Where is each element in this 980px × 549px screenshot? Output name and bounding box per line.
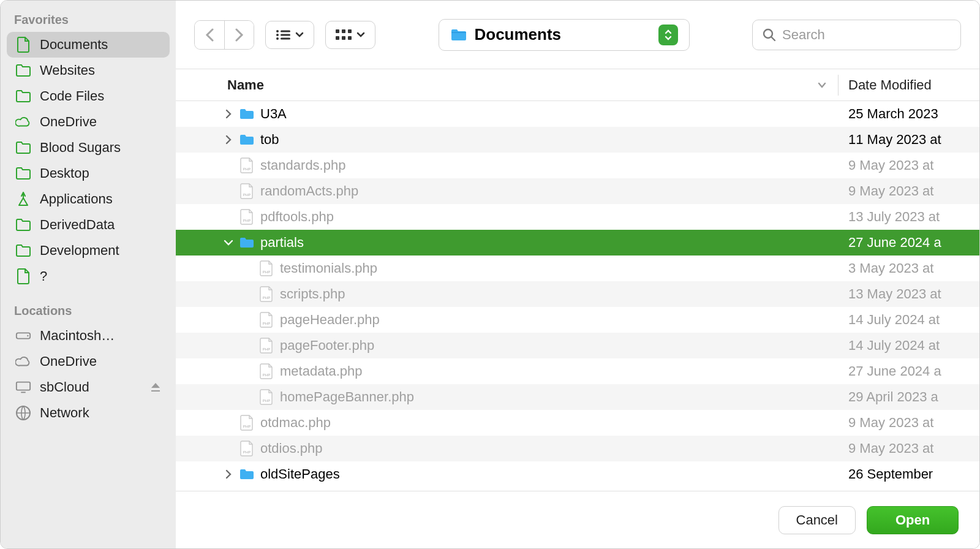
view-group-button[interactable] <box>325 21 375 49</box>
folder-row[interactable]: U3A25 March 2023 <box>176 101 979 127</box>
sidebar-item-sbcloud[interactable]: sbCloud <box>7 374 170 400</box>
row-name: pageHeader.php <box>276 312 839 328</box>
file-row[interactable]: PHPstandards.php9 May 2023 at <box>176 153 979 178</box>
row-date: 11 May 2023 at <box>839 132 979 148</box>
row-date: 14 July 2024 at <box>839 312 979 328</box>
sidebar-item-label: Blood Sugars <box>40 140 161 156</box>
folder-row[interactable]: oldSitePages26 September <box>176 461 979 487</box>
search-input[interactable] <box>782 27 951 43</box>
folder-icon <box>237 237 257 249</box>
file-row[interactable]: PHPrandomActs.php9 May 2023 at <box>176 178 979 204</box>
file-row[interactable]: PHPotdios.php9 May 2023 at <box>176 436 979 461</box>
sidebar-item-macintosh[interactable]: Macintosh… <box>7 323 170 349</box>
path-stepper-icon[interactable] <box>658 25 678 45</box>
file-row[interactable]: PHPscripts.php13 May 2023 at <box>176 281 979 307</box>
sidebar-item-code-files[interactable]: Code Files <box>7 83 170 109</box>
sidebar-item-label: DerivedData <box>40 217 161 233</box>
row-name: homePageBanner.php <box>276 389 839 405</box>
disk-icon <box>15 328 31 344</box>
file-row[interactable]: PHPmetadata.php27 June 2024 a <box>176 358 979 384</box>
php-file-icon: PHP <box>237 441 257 456</box>
row-date: 29 April 2023 a <box>839 389 979 405</box>
file-row[interactable]: PHPpageFooter.php14 July 2024 at <box>176 333 979 358</box>
row-name: partials <box>257 235 839 251</box>
applications-icon <box>15 191 31 207</box>
path-label: Documents <box>475 25 651 44</box>
folder-icon <box>15 243 31 259</box>
svg-text:PHP: PHP <box>263 347 270 351</box>
globe-icon <box>15 405 31 421</box>
document-icon <box>15 268 31 284</box>
back-button[interactable] <box>195 21 224 49</box>
sidebar-item-applications[interactable]: Applications <box>7 186 170 212</box>
svg-text:PHP: PHP <box>243 425 251 428</box>
svg-text:PHP: PHP <box>263 399 270 403</box>
svg-text:PHP: PHP <box>243 193 251 197</box>
row-date: 13 July 2023 at <box>839 209 979 225</box>
search-field[interactable] <box>752 20 961 50</box>
svg-rect-10 <box>336 29 339 33</box>
cancel-button[interactable]: Cancel <box>778 506 856 534</box>
php-file-icon: PHP <box>237 415 257 431</box>
svg-text:PHP: PHP <box>263 373 270 377</box>
row-name: otdmac.php <box>257 415 839 431</box>
display-icon <box>15 379 31 395</box>
sidebar-item-onedrive[interactable]: OneDrive <box>7 109 170 135</box>
file-row[interactable]: PHPotdmac.php9 May 2023 at <box>176 410 979 436</box>
svg-text:PHP: PHP <box>263 296 270 300</box>
sidebar-item-documents[interactable]: Documents <box>7 32 170 58</box>
file-row[interactable]: PHPhomePageBanner.php29 April 2023 a <box>176 384 979 410</box>
row-name: oldSitePages <box>257 466 839 482</box>
file-row[interactable]: PHPpageHeader.php14 July 2024 at <box>176 307 979 333</box>
svg-rect-7 <box>281 34 290 36</box>
file-row[interactable]: PHPtestimonials.php3 May 2023 at <box>176 256 979 281</box>
sidebar-item-label: Documents <box>40 37 161 53</box>
disclosure-icon[interactable] <box>220 135 237 145</box>
row-name: metadata.php <box>276 363 839 379</box>
svg-point-8 <box>276 37 279 40</box>
php-file-icon: PHP <box>257 363 276 379</box>
disclosure-icon[interactable] <box>220 239 237 246</box>
chevron-down-icon <box>295 32 304 38</box>
sidebar-item-label: Macintosh… <box>40 328 161 344</box>
php-file-icon: PHP <box>257 389 276 405</box>
forward-button[interactable] <box>224 21 254 49</box>
row-name: U3A <box>257 106 839 122</box>
row-date: 25 March 2023 <box>839 106 979 122</box>
sidebar-item-label: Desktop <box>40 165 161 181</box>
sidebar-item-onedrive-loc[interactable]: OneDrive <box>7 349 170 374</box>
disclosure-icon[interactable] <box>220 469 237 479</box>
column-date-header[interactable]: Date Modified <box>839 77 979 93</box>
cloud-icon <box>15 354 31 369</box>
sidebar-item-unknown[interactable]: ? <box>7 263 170 289</box>
php-file-icon: PHP <box>257 338 276 354</box>
sidebar-item-websites[interactable]: Websites <box>7 58 170 83</box>
column-name-header[interactable]: Name <box>176 77 838 93</box>
svg-point-1 <box>27 335 28 336</box>
sidebar-section-title: Locations <box>7 300 170 323</box>
folder-icon <box>15 88 31 104</box>
sidebar-item-blood-sugars[interactable]: Blood Sugars <box>7 135 170 161</box>
svg-text:PHP: PHP <box>243 450 251 454</box>
row-date: 9 May 2023 at <box>839 415 979 431</box>
list-icon <box>276 29 290 40</box>
folder-icon <box>237 108 257 120</box>
sidebar-item-label: Websites <box>40 62 161 78</box>
file-row[interactable]: PHPpdftools.php13 July 2023 at <box>176 204 979 230</box>
sidebar-item-deriveddata[interactable]: DerivedData <box>7 212 170 238</box>
chevron-down-icon <box>356 32 365 38</box>
dialog-footer: Cancel Open <box>176 491 979 548</box>
open-button[interactable]: Open <box>867 506 959 534</box>
disclosure-icon[interactable] <box>220 109 237 119</box>
sidebar-item-development[interactable]: Development <box>7 238 170 263</box>
sidebar-item-label: Network <box>40 405 161 421</box>
folder-row[interactable]: partials27 June 2024 a <box>176 230 979 256</box>
folder-icon <box>15 165 31 181</box>
sidebar-item-network[interactable]: Network <box>7 400 170 426</box>
sidebar-item-desktop[interactable]: Desktop <box>7 161 170 186</box>
sidebar-item-label: OneDrive <box>40 114 161 130</box>
eject-icon[interactable] <box>150 382 161 393</box>
view-list-button[interactable] <box>265 21 314 49</box>
path-picker[interactable]: Documents <box>439 19 690 51</box>
folder-row[interactable]: tob11 May 2023 at <box>176 127 979 153</box>
